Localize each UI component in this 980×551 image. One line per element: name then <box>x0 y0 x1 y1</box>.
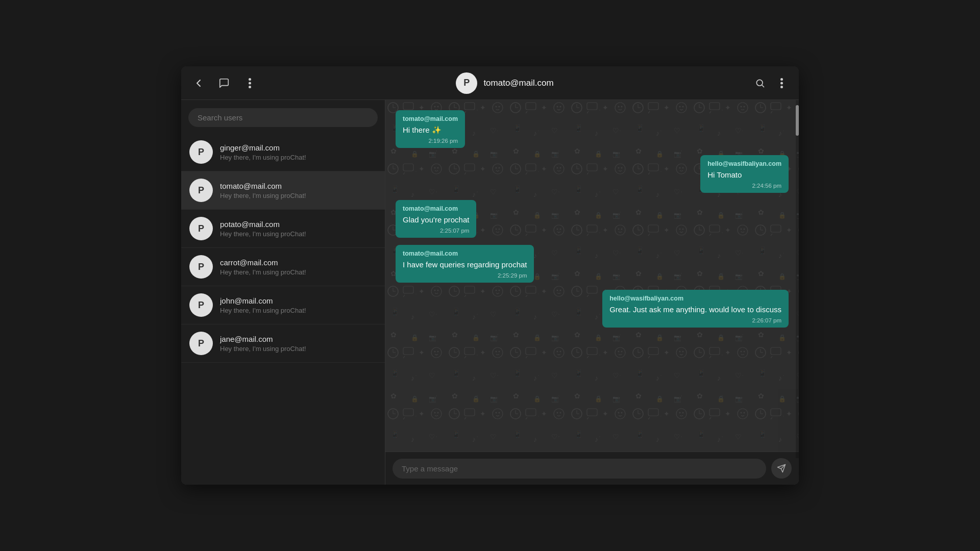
svg-point-0 <box>249 78 251 81</box>
contact-name: potato@mail.com <box>220 220 377 229</box>
menu-icon[interactable] <box>240 74 259 92</box>
contact-status: Hey there, I'm using proChat! <box>220 268 377 276</box>
main-content: P ginger@mail.com Hey there, I'm using p… <box>181 100 799 485</box>
message-time: 2:24:56 pm <box>707 183 781 189</box>
message-bubble: tomato@mail.com I have few queries regar… <box>396 245 534 283</box>
message-sender: tomato@mail.com <box>403 115 458 122</box>
svg-point-5 <box>780 82 783 84</box>
contacts-list: P ginger@mail.com Hey there, I'm using p… <box>181 133 385 485</box>
top-bar: P tomato@mail.com <box>181 66 799 100</box>
contact-item[interactable]: P carrot@mail.com Hey there, I'm using p… <box>181 248 385 286</box>
contact-status: Hey there, I'm using proChat! <box>220 230 377 238</box>
message-sender: hello@wasifbaliyan.com <box>707 160 781 167</box>
send-button[interactable] <box>771 458 792 479</box>
search-button[interactable] <box>751 74 769 92</box>
contact-item[interactable]: P john@mail.com Hey there, I'm using pro… <box>181 286 385 324</box>
message-text: Glad you're prochat <box>403 214 469 225</box>
contact-item[interactable]: P ginger@mail.com Hey there, I'm using p… <box>181 133 385 171</box>
svg-point-1 <box>249 82 251 84</box>
top-bar-right <box>751 74 791 92</box>
contact-name: ginger@mail.com <box>220 143 377 152</box>
contact-avatar: P <box>189 140 213 164</box>
contact-avatar: P <box>189 255 213 279</box>
contact-avatar: P <box>189 332 213 355</box>
contact-info: jane@mail.com Hey there, I'm using proCh… <box>220 335 377 353</box>
sidebar: P ginger@mail.com Hey there, I'm using p… <box>181 100 385 485</box>
contact-info: john@mail.com Hey there, I'm using proCh… <box>220 296 377 314</box>
message-text: Great. Just ask me anything. would love … <box>609 304 781 315</box>
message-bubble: tomato@mail.com Hi there ✨ 2:19:26 pm <box>396 110 465 148</box>
message-time: 2:19:26 pm <box>403 138 458 144</box>
svg-point-2 <box>249 86 251 88</box>
contact-info: tomato@mail.com Hey there, I'm using pro… <box>220 182 377 199</box>
contact-info: ginger@mail.com Hey there, I'm using pro… <box>220 143 377 161</box>
contact-name: john@mail.com <box>220 296 377 305</box>
svg-point-4 <box>780 78 783 81</box>
chat-messages: tomato@mail.com Hi there ✨ 2:19:26 pm he… <box>385 100 799 452</box>
message-text: Hi Tomato <box>707 169 781 180</box>
chat-scrollbar-thumb <box>796 105 799 136</box>
message-sender: hello@wasifbaliyan.com <box>609 295 781 302</box>
search-container <box>181 100 385 133</box>
message-bubble: hello@wasifbaliyan.com Hi Tomato 2:24:56… <box>700 155 789 193</box>
search-input[interactable] <box>188 108 378 127</box>
contact-info: potato@mail.com Hey there, I'm using pro… <box>220 220 377 238</box>
contact-info: carrot@mail.com Hey there, I'm using pro… <box>220 258 377 276</box>
chat-icon[interactable] <box>215 74 233 92</box>
contact-avatar: P <box>189 179 213 202</box>
contact-status: Hey there, I'm using proChat! <box>220 192 377 199</box>
back-button[interactable] <box>189 74 208 92</box>
header-contact-email: tomato@mail.com <box>483 78 553 88</box>
message-time: 2:25:29 pm <box>403 272 527 279</box>
app-window: P tomato@mail.com <box>181 66 799 485</box>
contact-status: Hey there, I'm using proChat! <box>220 154 377 161</box>
message-bubble: hello@wasifbaliyan.com Great. Just ask m… <box>602 290 789 328</box>
contact-item[interactable]: P tomato@mail.com Hey there, I'm using p… <box>181 171 385 210</box>
contact-name: tomato@mail.com <box>220 182 377 190</box>
contact-avatar: P <box>189 217 213 240</box>
message-sender: tomato@mail.com <box>403 250 527 257</box>
header-avatar: P <box>456 72 477 94</box>
contact-name: jane@mail.com <box>220 335 377 343</box>
chat-area: ✦ 📱 ♪ ♡ <box>385 100 799 485</box>
top-bar-left <box>189 74 259 92</box>
message-text: I have few queries regarding prochat <box>403 259 527 270</box>
message-text: Hi there ✨ <box>403 124 458 135</box>
message-input[interactable] <box>393 459 766 479</box>
contact-name: carrot@mail.com <box>220 258 377 267</box>
contact-item[interactable]: P potato@mail.com Hey there, I'm using p… <box>181 210 385 248</box>
message-sender: tomato@mail.com <box>403 205 469 212</box>
message-time: 2:25:07 pm <box>403 228 469 234</box>
top-bar-center: P tomato@mail.com <box>264 72 746 94</box>
contact-avatar: P <box>189 293 213 317</box>
contact-item[interactable]: P jane@mail.com Hey there, I'm using pro… <box>181 324 385 363</box>
contact-status: Hey there, I'm using proChat! <box>220 345 377 353</box>
svg-point-6 <box>780 86 783 88</box>
header-more-button[interactable] <box>772 74 791 92</box>
chat-input-bar <box>385 452 799 485</box>
message-time: 2:26:07 pm <box>609 317 781 323</box>
chat-scrollbar[interactable] <box>796 100 799 458</box>
message-bubble: tomato@mail.com Glad you're prochat 2:25… <box>396 200 476 238</box>
contact-status: Hey there, I'm using proChat! <box>220 307 377 314</box>
